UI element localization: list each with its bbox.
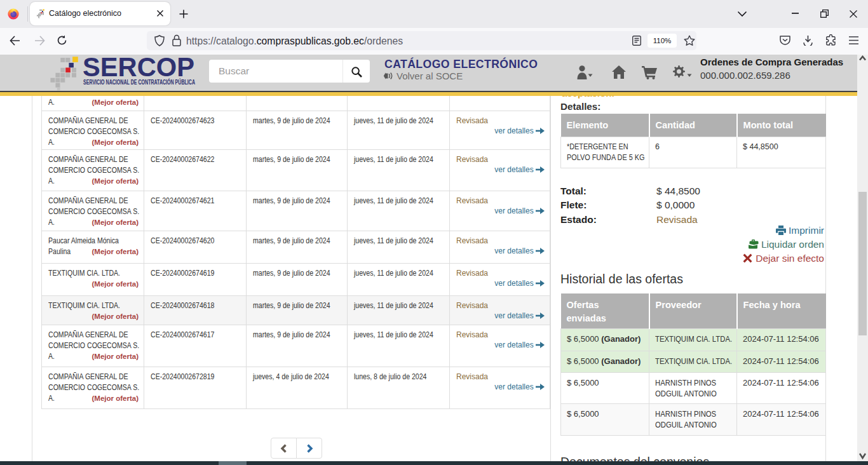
svg-text:SERVICIO NACIONAL DE CONTRATAC: SERVICIO NACIONAL DE CONTRATACIÓN PÚBLIC… [83, 78, 195, 86]
